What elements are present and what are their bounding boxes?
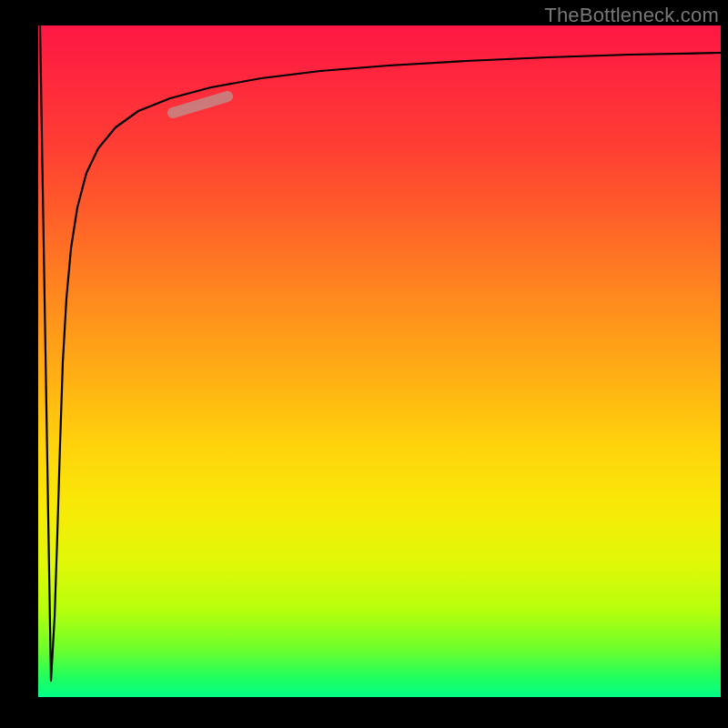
curve-svg [38, 25, 721, 697]
bottleneck-curve [40, 25, 721, 681]
chart-frame: TheBottleneck.com [0, 0, 728, 728]
plot-area [38, 25, 721, 697]
highlight-marker [173, 96, 228, 113]
watermark-text: TheBottleneck.com [544, 4, 719, 27]
